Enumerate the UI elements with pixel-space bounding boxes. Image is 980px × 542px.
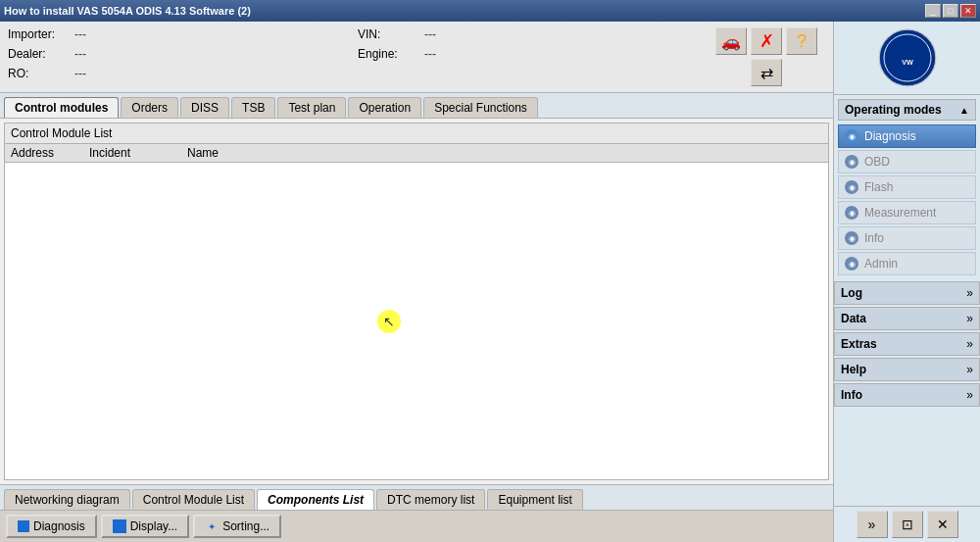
mode-obd-label: OBD — [864, 155, 890, 169]
data-header[interactable]: Data » — [835, 308, 979, 329]
module-list-title: Control Module List — [5, 123, 828, 144]
mode-diagnosis[interactable]: ◉ Diagnosis — [838, 124, 976, 148]
ro-row: RO: --- — [8, 65, 358, 82]
info-arrow: » — [966, 388, 973, 402]
sorting-icon: ✦ — [205, 519, 219, 533]
bottom-buttons: Diagnosis ⊞ Display... ✦ Sorting... — [0, 510, 833, 542]
tab-control-module-list[interactable]: Control Module List — [132, 489, 255, 510]
operating-modes-section: Operating modes ▲ ◉ Diagnosis ◉ OBD ◉ Fl… — [834, 95, 980, 281]
tab-operation[interactable]: Operation — [348, 97, 421, 118]
mode-obd[interactable]: ◉ OBD — [838, 150, 976, 173]
vin-value: --- — [424, 25, 436, 43]
vin-label: VIN: — [358, 25, 416, 43]
log-arrow: » — [966, 286, 973, 300]
mode-info-label: Info — [864, 231, 884, 245]
col-incident-header: Incident — [89, 146, 187, 160]
log-title: Log — [841, 286, 862, 300]
tab-equipment-list[interactable]: Equipment list — [487, 489, 582, 510]
engine-row: Engine: --- — [358, 45, 708, 63]
help-icon[interactable]: ? — [786, 27, 817, 55]
dealer-row: Dealer: --- — [8, 45, 358, 63]
operating-modes-header[interactable]: Operating modes ▲ — [838, 99, 976, 121]
mode-measurement-icon: ◉ — [845, 206, 858, 220]
importer-label: Importer: — [8, 25, 67, 43]
extras-arrow: » — [966, 337, 973, 351]
header-info: Importer: --- Dealer: --- RO: --- VIN: -… — [0, 22, 833, 93]
info-section: Info » — [834, 383, 980, 407]
tab-dtc-memory[interactable]: DTC memory list — [376, 489, 485, 510]
bottom-tabs[interactable]: Networking diagram Control Module List C… — [0, 484, 833, 510]
vw-logo-area: VW — [834, 22, 980, 95]
vw-logo: VW — [878, 28, 937, 87]
module-list-area: Control Module List Address Incident Nam… — [4, 123, 829, 480]
col-name-header: Name — [187, 146, 822, 160]
help-section: Help » — [834, 358, 980, 381]
mode-admin[interactable]: ◉ Admin — [838, 252, 976, 275]
info-left: Importer: --- Dealer: --- RO: --- — [8, 25, 358, 84]
tab-orders[interactable]: Orders — [121, 97, 178, 118]
display-icon: ⊞ — [113, 519, 126, 533]
mode-diagnosis-label: Diagnosis — [864, 129, 916, 143]
info-header[interactable]: Info » — [835, 384, 979, 406]
main-tabs[interactable]: Control modules Orders DISS TSB Test pla… — [0, 93, 833, 119]
fullscreen-button[interactable]: ⊡ — [892, 511, 923, 538]
data-title: Data — [841, 312, 866, 325]
connect-icon[interactable]: ⇄ — [751, 59, 782, 86]
maximize-button[interactable]: □ — [943, 4, 958, 18]
tab-tsb[interactable]: TSB — [231, 97, 275, 118]
minimize-button[interactable]: _ — [925, 4, 941, 18]
tab-control-modules[interactable]: Control modules — [4, 97, 119, 118]
toolbar-icons: 🚗 ✗ ? ⇄ — [708, 25, 825, 88]
extras-section: Extras » — [834, 332, 980, 356]
mode-measurement[interactable]: ◉ Measurement — [838, 201, 976, 224]
extras-title: Extras — [841, 337, 877, 351]
log-header[interactable]: Log » — [835, 282, 979, 304]
left-area: Importer: --- Dealer: --- RO: --- VIN: -… — [0, 22, 833, 542]
tab-diss[interactable]: DISS — [180, 97, 229, 118]
tab-test-plan[interactable]: Test plan — [277, 97, 346, 118]
tab-components-list[interactable]: Components List — [257, 489, 374, 510]
mode-diagnosis-icon: ◉ — [845, 129, 858, 143]
module-list-header: Address Incident Name — [5, 144, 828, 163]
delete-icon[interactable]: ✗ — [751, 27, 782, 55]
engine-label: Engine: — [358, 45, 416, 63]
data-arrow: » — [966, 312, 973, 325]
window-controls[interactable]: _ □ ✕ — [925, 4, 976, 18]
operating-modes-title: Operating modes — [845, 103, 942, 117]
vin-row: VIN: --- — [358, 25, 708, 43]
importer-row: Importer: --- — [8, 25, 358, 43]
sorting-button[interactable]: ✦ Sorting... — [193, 515, 281, 538]
data-section: Data » — [834, 307, 980, 330]
help-header[interactable]: Help » — [835, 359, 979, 380]
mode-info[interactable]: ◉ Info — [838, 226, 976, 250]
window-title: How to install VAS 5054A ODIS 4.13 Softw… — [4, 5, 251, 17]
mode-flash-label: Flash — [864, 180, 893, 194]
tab-networking-diagram[interactable]: Networking diagram — [4, 489, 130, 510]
car-icon[interactable]: 🚗 — [715, 27, 747, 55]
mode-admin-label: Admin — [864, 257, 898, 271]
mode-flash[interactable]: ◉ Flash — [838, 175, 976, 199]
sorting-label: Sorting... — [222, 519, 270, 533]
module-list-body[interactable]: ↖ — [5, 163, 828, 479]
engine-value: --- — [424, 45, 436, 63]
display-button[interactable]: ⊞ Display... — [101, 515, 189, 538]
dealer-value: --- — [74, 45, 86, 63]
diagnosis-icon — [18, 520, 29, 532]
cursor-arrow: ↖ — [383, 314, 395, 329]
display-label: Display... — [130, 519, 177, 533]
info-title: Info — [841, 388, 862, 402]
sidebar-bottom-toolbar: » ⊡ ✕ — [834, 506, 980, 542]
tab-special-functions[interactable]: Special Functions — [423, 97, 538, 118]
close-sidebar-button[interactable]: ✕ — [927, 511, 958, 538]
cursor-indicator: ↖ — [377, 310, 401, 333]
diagnosis-button[interactable]: Diagnosis — [6, 515, 97, 538]
ro-label: RO: — [8, 65, 67, 82]
extras-header[interactable]: Extras » — [835, 333, 979, 355]
help-arrow: » — [966, 363, 973, 376]
forward-button[interactable]: » — [857, 511, 888, 538]
right-sidebar: VW Operating modes ▲ ◉ Diagnosis ◉ OBD — [833, 22, 980, 542]
operating-modes-arrow: ▲ — [959, 105, 969, 116]
mode-info-icon: ◉ — [845, 231, 858, 245]
dealer-label: Dealer: — [8, 45, 67, 63]
close-button[interactable]: ✕ — [960, 4, 976, 18]
